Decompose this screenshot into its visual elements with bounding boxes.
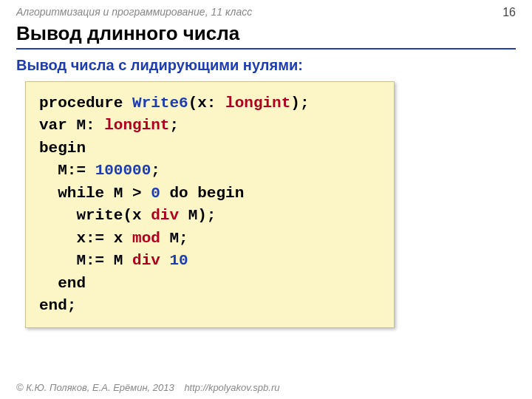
proc-name: Write6 <box>132 95 188 112</box>
footer-url: http://kpolyakov.spb.ru <box>184 382 279 393</box>
code-block: procedure Write6(x: longint); var M: lon… <box>25 81 395 328</box>
code-text: ); <box>290 95 309 112</box>
code-text: M; <box>160 230 188 247</box>
number-literal: 0 <box>151 185 160 202</box>
number-literal: 10 <box>169 252 188 269</box>
code-text: M:= <box>39 162 95 179</box>
code-text: (x: <box>188 95 225 112</box>
op-keyword: div <box>132 252 160 269</box>
footer: © К.Ю. Поляков, Е.А. Ерёмин, 2013 http:/… <box>16 382 279 393</box>
code-text: begin <box>39 140 86 157</box>
type-keyword: longint <box>104 117 169 134</box>
code-text: end <box>39 275 86 292</box>
code-text: while M <box>39 185 123 202</box>
code-text: do begin <box>160 185 244 202</box>
code-text: var M: <box>39 117 104 134</box>
code-text: x:= x <box>39 230 132 247</box>
op-keyword: div <box>151 207 179 224</box>
code-text: procedure <box>39 95 132 112</box>
code-text: M:= M <box>39 252 132 269</box>
code-text: end; <box>39 297 76 314</box>
copyright: © К.Ю. Поляков, Е.А. Ерёмин, 2013 <box>16 382 174 393</box>
subtitle: Вывод числа с лидирующими нулями: <box>16 57 516 74</box>
code-text: write(x <box>39 207 151 224</box>
type-keyword: longint <box>225 95 290 112</box>
code-text <box>160 252 170 269</box>
page-number: 16 <box>502 6 516 19</box>
code-text: ; <box>151 162 160 179</box>
code-text: M); <box>179 207 216 224</box>
page-title: Вывод длинного числа <box>16 22 516 50</box>
code-text: ; <box>169 117 179 134</box>
code-text: > <box>123 185 151 202</box>
number-literal: 100000 <box>95 162 151 179</box>
course-label: Алгоритмизация и программирование, 11 кл… <box>16 6 516 18</box>
op-keyword: mod <box>132 230 160 247</box>
